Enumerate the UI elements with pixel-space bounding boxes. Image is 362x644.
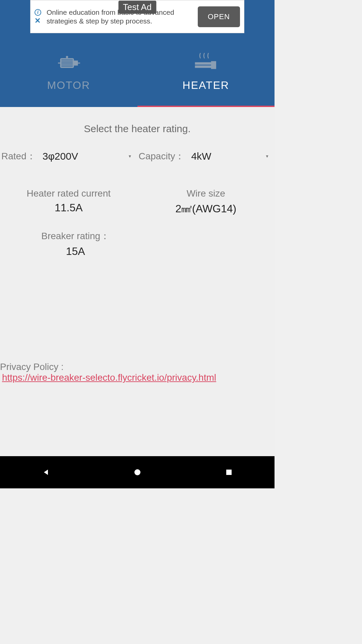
capacity-dropdown[interactable]: 4kW ▼	[187, 148, 273, 165]
current-value: 11.5A	[7, 202, 131, 214]
svg-rect-12	[195, 65, 211, 67]
privacy-link[interactable]: https://wire-breaker-selecto.flycricket.…	[0, 372, 216, 383]
results-grid: Heater rated current 11.5A Wire size 2㎟(…	[0, 178, 275, 274]
capacity-group: Capacity： 4kW ▼	[137, 148, 275, 165]
capacity-value: 4kW	[191, 151, 211, 162]
heater-icon	[192, 52, 219, 72]
ad-open-button[interactable]: OPEN	[198, 6, 240, 27]
breaker-label: Breaker rating：	[7, 230, 144, 243]
svg-rect-13	[211, 61, 216, 68]
content-heading: Select the heater rating.	[0, 107, 275, 148]
tab-heater-label: HEATER	[183, 79, 229, 92]
home-button[interactable]	[131, 466, 144, 479]
result-breaker: Breaker rating： 15A	[0, 226, 151, 268]
svg-rect-11	[195, 62, 211, 64]
chevron-down-icon: ▼	[128, 154, 132, 159]
svg-rect-1	[74, 61, 78, 65]
info-icon[interactable]: i	[35, 9, 41, 16]
privacy-section: Privacy Policy : https://wire-breaker-se…	[0, 274, 275, 383]
close-ad-icon[interactable]: ✕	[35, 17, 41, 24]
wire-label: Wire size	[144, 188, 268, 199]
ad-icons: i ✕	[35, 9, 41, 24]
svg-rect-15	[226, 470, 232, 475]
selectors-row: Rated： 3φ200V ▼ Capacity： 4kW ▼	[0, 148, 275, 178]
system-nav-bar	[0, 456, 275, 488]
ad-banner: Test Ad i ✕ Online education from basic …	[0, 0, 275, 33]
tab-motor[interactable]: MOTOR	[0, 33, 137, 107]
tabs-bar: MOTOR HEATER	[0, 33, 275, 107]
rated-label: Rated：	[1, 150, 36, 163]
wire-value: 2㎟(AWG14)	[144, 202, 268, 216]
svg-point-14	[134, 469, 140, 475]
capacity-label: Capacity：	[139, 150, 185, 163]
back-button[interactable]	[39, 466, 53, 479]
rated-value: 3φ200V	[43, 151, 78, 162]
breaker-value: 15A	[7, 245, 144, 258]
current-label: Heater rated current	[7, 188, 131, 199]
test-ad-badge: Test Ad	[118, 1, 156, 14]
chevron-down-icon: ▼	[265, 154, 269, 159]
motor-icon	[55, 52, 82, 72]
privacy-label: Privacy Policy :	[0, 362, 275, 372]
svg-point-4	[66, 56, 68, 58]
recent-apps-button[interactable]	[222, 466, 236, 479]
rated-dropdown[interactable]: 3φ200V ▼	[39, 148, 136, 165]
tab-motor-label: MOTOR	[47, 79, 90, 92]
tab-heater[interactable]: HEATER	[137, 33, 275, 107]
result-wire: Wire size 2㎟(AWG14)	[137, 185, 275, 226]
rated-group: Rated： 3φ200V ▼	[0, 148, 137, 165]
content-area: Select the heater rating. Rated： 3φ200V …	[0, 107, 275, 456]
result-current: Heater rated current 11.5A	[0, 185, 137, 226]
